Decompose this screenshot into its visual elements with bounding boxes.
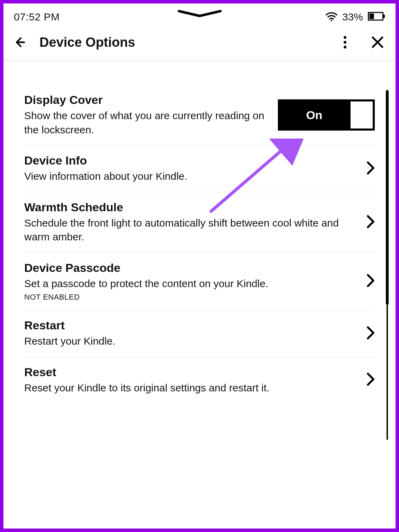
row-description: Schedule the front light to automaticall… (24, 216, 360, 244)
clock-time: 07:52 PM (14, 11, 60, 23)
row-status-note: NOT ENABLED (24, 293, 360, 302)
row-title: Device Passcode (24, 261, 360, 275)
svg-point-4 (344, 36, 346, 39)
row-title: Warmth Schedule (24, 201, 360, 214)
svg-rect-3 (383, 15, 385, 18)
row-device-info[interactable]: Device Info View information about your … (24, 145, 375, 192)
row-description: Reset your Kindle to its original settin… (24, 381, 360, 395)
row-title: Reset (24, 365, 360, 379)
settings-list: Display Cover Show the cover of what you… (7, 78, 392, 525)
chevron-right-icon (366, 326, 375, 341)
row-restart[interactable]: Restart Restart your Kindle. (24, 310, 375, 357)
page-header: Device Options (3, 28, 396, 61)
svg-point-0 (331, 20, 332, 21)
row-title: Device Info (24, 154, 360, 167)
row-title: Restart (24, 319, 360, 332)
svg-rect-2 (370, 14, 374, 19)
toggle-label: On (278, 99, 351, 131)
more-options-button[interactable] (337, 35, 353, 50)
battery-percent: 33% (342, 11, 363, 23)
pull-down-handle-icon[interactable] (175, 10, 224, 19)
chevron-right-icon (366, 215, 375, 230)
row-warmth-schedule[interactable]: Warmth Schedule Schedule the front light… (24, 192, 375, 253)
svg-point-5 (344, 41, 346, 44)
chevron-right-icon (366, 372, 375, 388)
chevron-right-icon (366, 161, 375, 176)
row-description: Show the cover of what you are currently… (24, 109, 271, 137)
back-button[interactable] (14, 35, 29, 50)
row-display-cover[interactable]: Display Cover Show the cover of what you… (24, 85, 375, 145)
battery-icon (368, 11, 385, 23)
wifi-icon (326, 11, 337, 23)
scrollbar-thumb[interactable] (386, 90, 389, 305)
page-title: Device Options (39, 35, 327, 50)
row-device-passcode[interactable]: Device Passcode Set a passcode to protec… (24, 253, 375, 311)
svg-point-6 (344, 46, 346, 48)
toggle-knob (351, 101, 373, 128)
status-bar: 07:52 PM 33% (3, 3, 396, 28)
row-title: Display Cover (24, 93, 271, 107)
display-cover-toggle[interactable]: On (278, 99, 375, 131)
close-button[interactable] (370, 35, 385, 50)
chevron-right-icon (366, 274, 375, 289)
row-description: Restart your Kindle. (24, 334, 360, 348)
row-description: View information about your Kindle. (24, 169, 360, 184)
row-description: Set a passcode to protect the content on… (24, 277, 360, 291)
row-reset[interactable]: Reset Reset your Kindle to its original … (24, 357, 375, 404)
scrollbar-track (387, 305, 388, 440)
